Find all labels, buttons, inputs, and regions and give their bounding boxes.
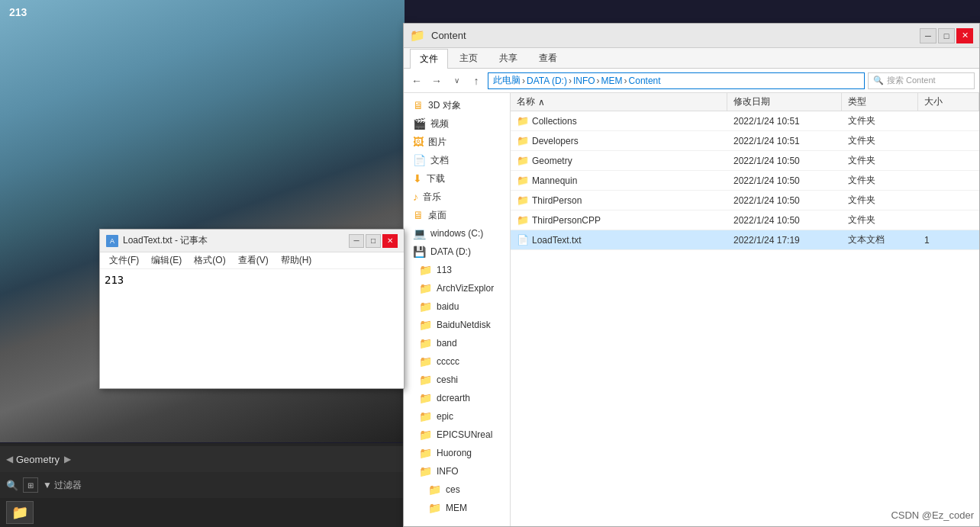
sidebar-item-epicsunreal[interactable]: 📁 EPICSUNreal (404, 426, 510, 444)
sidebar-item-info[interactable]: 📁 INFO (404, 462, 510, 480)
path-mem[interactable]: MEM (601, 76, 623, 86)
notepad-window-controls: ─ □ ✕ (349, 234, 398, 248)
sidebar-item-windows-c[interactable]: 💻 windows (C:) (404, 224, 510, 243)
filter-label[interactable]: ▼ 过滤器 (43, 479, 82, 492)
file-size-developers (918, 131, 979, 150)
sidebar-item-ces[interactable]: 📁 ces (404, 480, 510, 499)
dropdown-button[interactable]: ∨ (448, 72, 465, 89)
sidebar-item-baidu-label: baidu (437, 301, 459, 312)
explorer-close-button[interactable]: ✕ (956, 28, 973, 43)
sidebar-item-downloads-label: 下载 (427, 172, 445, 185)
col-header-type[interactable]: 类型 (842, 93, 918, 111)
notepad-content[interactable]: 213 (100, 269, 404, 388)
notepad-close-button[interactable]: ✕ (382, 234, 398, 248)
ribbon-tab-view[interactable]: 查看 (529, 48, 567, 68)
sidebar-item-ceshi[interactable]: 📁 ceshi (404, 371, 510, 389)
sidebar-item-downloads[interactable]: ⬇ 下载 (404, 169, 510, 188)
sidebar-item-pictures[interactable]: 🖼 图片 (404, 133, 510, 151)
sidebar-item-dcrearth[interactable]: 📁 dcrearth (404, 389, 510, 407)
path-drive[interactable]: DATA (D:) (527, 76, 567, 86)
folder-ces-icon: 📁 (428, 484, 441, 496)
explorer-titlebar: 📁 Content ─ □ ✕ (404, 24, 979, 48)
notepad-maximize-button[interactable]: □ (366, 234, 381, 248)
file-row-thirdperson[interactable]: 📁 ThirdPerson 2022/1/24 10:50 文件夹 (511, 191, 979, 210)
search-box[interactable]: 🔍 搜索 Content (868, 72, 975, 89)
sidebar: 🖥 3D 对象 🎬 视频 🖼 图片 📄 文档 ⬇ 下载 ♪ 音乐 (404, 93, 511, 526)
sidebar-item-data-d[interactable]: 💾 DATA (D:) (404, 243, 510, 261)
folder-baidu-icon: 📁 (419, 300, 432, 313)
explorer-maximize-button[interactable]: □ (938, 28, 955, 43)
ribbon-tab-home[interactable]: 主页 (450, 48, 488, 68)
3d-folder-icon: 🖥 (413, 99, 424, 111)
folder-icon[interactable]: 📁 (6, 501, 34, 524)
file-list-header: 名称 ∧ 修改日期 类型 大小 (511, 93, 979, 111)
col-header-name[interactable]: 名称 ∧ (511, 93, 727, 111)
sidebar-item-baidunetdisk[interactable]: 📁 BaiduNetdisk (404, 316, 510, 334)
notepad-menu-file[interactable]: 文件(F) (103, 252, 145, 268)
sidebar-item-baidu[interactable]: 📁 baidu (404, 297, 510, 316)
file-row-loadtext[interactable]: 📄 LoadText.txt 2022/1/24 17:19 文本文档 1 (511, 230, 979, 250)
sidebar-item-ccccc[interactable]: 📁 ccccc (404, 352, 510, 371)
ribbon-tab-file[interactable]: 文件 (410, 49, 448, 69)
file-name-geometry: 📁 Geometry (511, 151, 727, 170)
folder-collections-icon: 📁 (517, 115, 529, 127)
notepad-titlebar: A LoadText.txt - 记事本 ─ □ ✕ (100, 230, 404, 252)
explorer-minimize-button[interactable]: ─ (920, 28, 936, 43)
sidebar-item-archviz[interactable]: 📁 ArchVizExplor (404, 279, 510, 297)
file-row-geometry[interactable]: 📁 Geometry 2022/1/24 10:50 文件夹 (511, 151, 979, 171)
address-path[interactable]: 此电脑 › DATA (D:) › INFO › MEM › Content (488, 72, 865, 89)
notepad-menu-format[interactable]: 格式(O) (188, 252, 231, 268)
search-placeholder: 搜索 Content (887, 75, 936, 86)
back-button[interactable]: ← (408, 72, 425, 89)
sidebar-item-mem[interactable]: 📁 MEM (404, 499, 510, 517)
sidebar-item-music[interactable]: ♪ 音乐 (404, 188, 510, 206)
sidebar-item-epic[interactable]: 📁 epic (404, 407, 510, 426)
explorer-body: 🖥 3D 对象 🎬 视频 🖼 图片 📄 文档 ⬇ 下载 ♪ 音乐 (404, 93, 979, 526)
file-size-loadtext: 1 (918, 230, 979, 249)
data-drive-icon: 💾 (413, 246, 426, 258)
desktop-folder-icon: 🖥 (413, 209, 424, 221)
notepad-menu-edit[interactable]: 编辑(E) (145, 252, 188, 268)
folder-epicsunreal-icon: 📁 (419, 429, 432, 441)
sidebar-item-video[interactable]: 🎬 视频 (404, 114, 510, 133)
path-computer[interactable]: 此电脑 (493, 74, 521, 87)
sidebar-item-pictures-label: 图片 (428, 136, 446, 149)
folder-dcrearth-icon: 📁 (419, 392, 432, 404)
notepad-minimize-button[interactable]: ─ (349, 234, 364, 248)
col-header-size[interactable]: 大小 (918, 93, 979, 111)
csdn-watermark: CSDN @Ez_coder (891, 509, 974, 521)
folder-mannequin-icon: 📁 (517, 175, 529, 186)
folder-huorong-icon: 📁 (419, 447, 432, 459)
sidebar-item-desktop[interactable]: 🖥 桌面 (404, 206, 510, 224)
file-row-collections[interactable]: 📁 Collections 2022/1/24 10:51 文件夹 (511, 111, 979, 131)
sidebar-item-113[interactable]: 📁 113 (404, 261, 510, 279)
geometry-row[interactable]: ◀ Geometry ▶ (0, 446, 405, 472)
forward-button[interactable]: → (428, 72, 445, 89)
folder-archviz-icon: 📁 (419, 282, 432, 294)
sidebar-item-ccccc-label: ccccc (437, 356, 459, 367)
folder-info-icon: 📁 (419, 465, 432, 477)
sidebar-item-ceshi-label: ceshi (437, 374, 458, 385)
path-content[interactable]: Content (629, 76, 661, 86)
ue-bottom-panel: ◀ Geometry ▶ 🔍 ⊞ ▼ 过滤器 📁 (0, 443, 405, 527)
sidebar-item-band[interactable]: 📁 band (404, 334, 510, 352)
file-row-mannequin[interactable]: 📁 Mannequin 2022/1/24 10:50 文件夹 (511, 171, 979, 191)
folder-band-icon: 📁 (419, 337, 432, 349)
file-type-loadtext: 文本文档 (842, 230, 918, 249)
file-row-developers[interactable]: 📁 Developers 2022/1/24 10:51 文件夹 (511, 131, 979, 151)
ribbon-tab-share[interactable]: 共享 (489, 48, 527, 68)
sidebar-item-huorong[interactable]: 📁 Huorong (404, 444, 510, 462)
sidebar-item-mem-label: MEM (446, 503, 467, 513)
sidebar-item-docs[interactable]: 📄 文档 (404, 151, 510, 169)
up-button[interactable]: ↑ (468, 72, 485, 89)
notepad-menu-help[interactable]: 帮助(H) (275, 252, 318, 268)
file-size-thirdperson (918, 191, 979, 210)
file-row-thirdpersoncpp[interactable]: 📁 ThirdPersonCPP 2022/1/24 10:50 文件夹 (511, 210, 979, 230)
path-info[interactable]: INFO (573, 76, 595, 86)
downloads-folder-icon: ⬇ (413, 172, 422, 185)
folder-thirdperson-icon: 📁 (517, 194, 529, 206)
sidebar-item-3d[interactable]: 🖥 3D 对象 (404, 96, 510, 114)
col-header-modified[interactable]: 修改日期 (727, 93, 842, 111)
folder-epic-icon: 📁 (419, 410, 432, 423)
notepad-menu-view[interactable]: 查看(V) (232, 252, 275, 268)
